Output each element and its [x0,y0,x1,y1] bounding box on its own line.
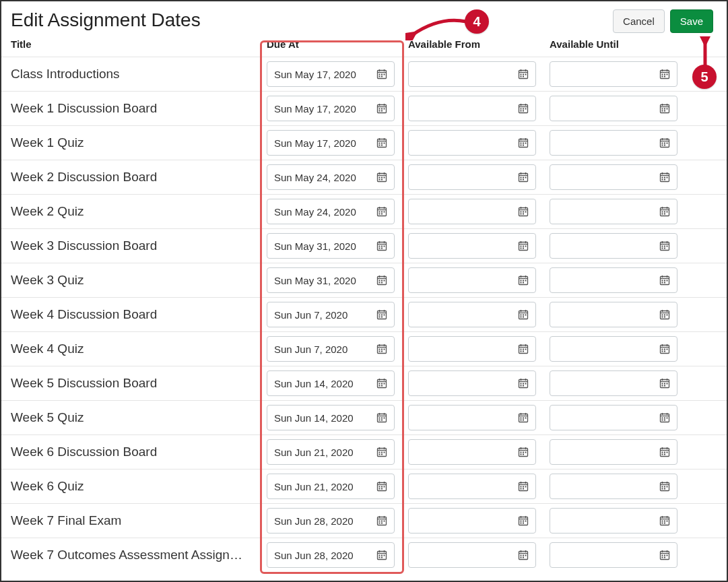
svg-rect-386 [381,557,383,558]
svg-rect-303 [384,452,385,453]
due-at-value: Sun May 17, 2020 [274,137,372,149]
svg-rect-340 [521,488,522,490]
svg-rect-149 [523,246,524,247]
available-from-input[interactable] [408,96,536,121]
available-until-input[interactable] [550,267,677,293]
calendar-icon [518,137,529,148]
due-at-input[interactable]: Sun May 31, 2020 [267,267,395,293]
available-until-input[interactable] [550,96,677,121]
available-from-input[interactable] [408,474,536,499]
due-at-input[interactable]: Sun Jun 14, 2020 [267,405,395,430]
available-until-input[interactable] [550,336,677,362]
table-row: Week 2 Discussion BoardSun May 24, 2020 [1,160,727,194]
svg-rect-206 [523,317,524,318]
svg-rect-338 [523,486,524,488]
due-at-input[interactable]: Sun May 31, 2020 [267,233,395,259]
available-until-input[interactable] [550,302,677,327]
table-row: Week 6 QuizSun Jun 21, 2020 [1,469,727,503]
available-from-input[interactable] [408,164,536,190]
calendar-icon [518,172,529,183]
available-from-input[interactable] [408,233,536,259]
svg-rect-140 [381,246,383,247]
available-until-input[interactable] [550,405,677,430]
calendar-icon [659,103,670,114]
assignment-title: Week 2 Quiz [11,204,267,219]
svg-rect-44 [523,110,524,112]
available-from-input[interactable] [408,267,536,293]
available-from-input[interactable] [408,542,536,568]
available-until-input[interactable] [550,61,677,87]
assignment-title: Week 7 Final Exam [11,513,267,528]
save-button[interactable]: Save [670,9,713,33]
available-until-input[interactable] [550,199,677,224]
svg-rect-87 [384,177,385,179]
due-at-input[interactable]: Sun Jun 7, 2020 [267,336,395,362]
svg-rect-69 [525,143,527,144]
svg-rect-123 [525,212,527,213]
calendar-icon [376,447,387,457]
due-at-input[interactable]: Sun Jun 28, 2020 [267,542,395,568]
available-until-input[interactable] [550,474,677,499]
svg-rect-211 [662,315,663,316]
available-from-input[interactable] [408,199,536,224]
svg-rect-40 [521,108,522,110]
svg-rect-284 [523,418,524,419]
available-until-input[interactable] [550,370,677,396]
available-until-input[interactable] [550,233,677,259]
available-until-input[interactable] [550,130,677,156]
svg-rect-401 [664,555,665,556]
assignment-title: Week 1 Quiz [11,135,267,150]
available-from-input[interactable] [408,370,536,396]
due-at-input[interactable]: Sun Jun 28, 2020 [267,508,395,534]
due-at-input[interactable]: Sun Jun 21, 2020 [267,474,395,499]
available-until-input[interactable] [550,508,677,534]
available-from-input[interactable] [408,405,536,430]
svg-rect-196 [379,317,380,318]
table-row: Week 2 QuizSun May 24, 2020 [1,194,727,228]
available-from-input[interactable] [408,302,536,327]
svg-rect-366 [525,521,527,522]
available-until-input[interactable] [550,164,677,190]
due-at-input[interactable]: Sun Jun 21, 2020 [267,439,395,465]
svg-rect-202 [521,315,522,316]
svg-rect-76 [662,143,663,144]
svg-rect-304 [379,454,380,455]
svg-rect-241 [662,351,663,352]
due-at-input[interactable]: Sun May 17, 2020 [267,96,395,121]
calendar-icon [659,137,670,148]
due-at-value: Sun Jun 21, 2020 [274,447,372,458]
svg-rect-220 [379,349,380,350]
svg-rect-238 [662,349,663,350]
calendar-icon [518,481,529,492]
svg-rect-242 [664,351,665,352]
due-at-input[interactable]: Sun May 17, 2020 [267,130,395,156]
assignment-title: Week 4 Discussion Board [11,307,267,322]
due-at-value: Sun Jun 21, 2020 [274,481,372,492]
due-at-value: Sun May 24, 2020 [274,172,372,183]
svg-rect-187 [662,282,663,284]
available-from-input[interactable] [408,336,536,362]
svg-rect-22 [662,74,663,75]
available-until-input[interactable] [550,542,677,568]
available-from-input[interactable] [408,508,536,534]
available-from-input[interactable] [408,439,536,465]
svg-rect-186 [667,280,668,282]
svg-rect-97 [521,179,522,181]
due-at-input[interactable]: Sun May 17, 2020 [267,61,395,87]
available-from-input[interactable] [408,130,536,156]
calendar-icon [376,137,387,148]
due-at-input[interactable]: Sun May 24, 2020 [267,199,395,224]
svg-rect-70 [521,145,522,146]
due-at-input[interactable]: Sun Jun 7, 2020 [267,302,395,327]
calendar-icon [376,206,387,217]
available-from-input[interactable] [408,61,536,87]
cancel-button[interactable]: Cancel [613,9,665,33]
available-until-input[interactable] [550,439,677,465]
due-at-input[interactable]: Sun Jun 14, 2020 [267,370,395,396]
due-at-input[interactable]: Sun May 24, 2020 [267,164,395,190]
assignment-title: Week 1 Discussion Board [11,101,267,116]
svg-rect-232 [521,351,522,352]
svg-rect-223 [379,351,380,352]
svg-rect-179 [523,282,524,284]
svg-rect-222 [384,349,385,350]
